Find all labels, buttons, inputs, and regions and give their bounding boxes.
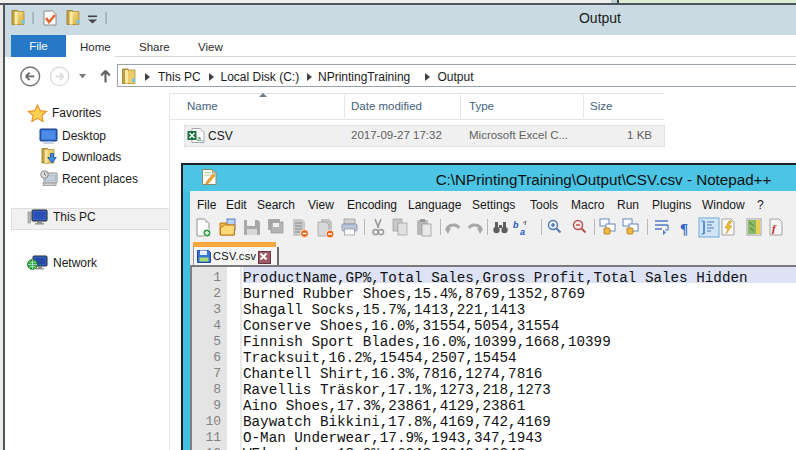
svg-text:b: b: [513, 220, 519, 230]
svg-text:a,: a,: [197, 135, 203, 142]
svg-text:a: a: [520, 227, 525, 237]
svg-text:¶: ¶: [680, 221, 688, 237]
